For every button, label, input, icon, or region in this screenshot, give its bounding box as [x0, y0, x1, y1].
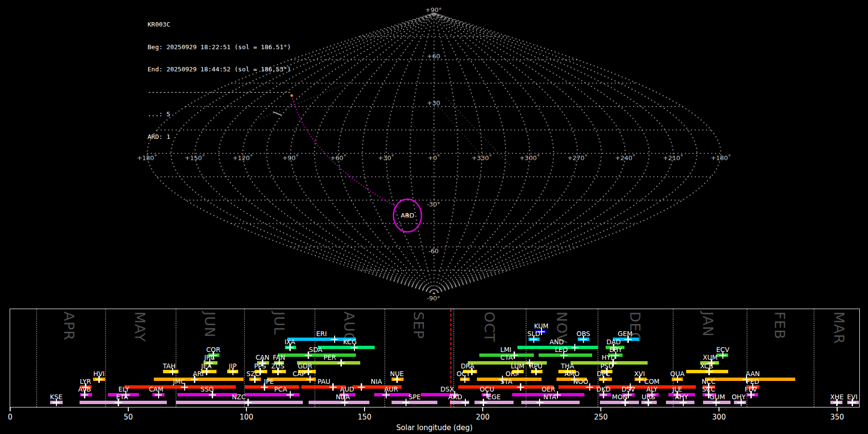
month-divider	[176, 309, 176, 407]
meteor-radiant-app: +180˚+150˚+120˚+90˚+60˚+30˚+0˚+330˚+300˚…	[0, 0, 868, 434]
shower-bar-jpe	[245, 385, 299, 389]
peak-marker-nda	[341, 399, 348, 406]
peak-marker-avb	[81, 391, 88, 398]
separator-line: --------------------------------------	[148, 88, 291, 96]
peak-marker-hvi	[95, 376, 103, 383]
shower-label-cap: CAP	[293, 370, 306, 377]
peak-marker-per	[338, 359, 345, 366]
shower-bar-jmc	[124, 385, 236, 389]
lon-label: +210˚	[663, 154, 683, 162]
peak-marker-kcg	[351, 344, 358, 351]
peak-marker-sda	[305, 352, 312, 359]
peak-marker-dpc	[600, 376, 607, 383]
sky-map-projection: +180˚+150˚+120˚+90˚+60˚+30˚+0˚+330˚+300˚…	[0, 0, 868, 307]
peak-marker-ecv	[719, 352, 726, 359]
axis-tick-label: 150	[358, 413, 372, 421]
axis-tick-label: 350	[830, 413, 844, 421]
peak-marker-ahy	[679, 399, 687, 406]
peak-marker-ari	[191, 376, 198, 383]
month-label-oct: OCT	[482, 312, 496, 342]
peak-marker-spe	[402, 399, 409, 406]
axis-tick-label: 250	[594, 413, 608, 421]
peak-marker-ssg	[209, 391, 216, 398]
axis-tick	[128, 407, 129, 411]
camera-id: KR003C	[148, 21, 291, 28]
meteor-trail	[292, 96, 399, 208]
month-label-feb: FEB	[773, 312, 787, 339]
lon-label: +30˚	[378, 154, 394, 162]
radiant-label: ARD	[401, 212, 414, 219]
peak-marker-nia	[358, 383, 365, 391]
peak-marker-noo	[586, 383, 593, 391]
shower-label-nta: NTA	[543, 393, 556, 400]
shower-label-eri: ERI	[316, 330, 327, 337]
lat-label: -60	[428, 247, 438, 255]
peak-marker-tah	[169, 368, 176, 375]
shower-bar-sta	[458, 385, 554, 389]
lon-label: +300˚	[519, 154, 540, 162]
peak-marker-sld	[530, 336, 537, 343]
lat-label: +60	[427, 53, 440, 60]
axis-tick-label: 200	[476, 413, 490, 421]
peak-marker-leo	[560, 352, 568, 359]
axis-tick-label: 300	[712, 413, 726, 421]
shower-bar-ari	[154, 378, 244, 381]
peak-marker-xvi	[636, 376, 643, 383]
shower-label-nzc: NZC	[232, 393, 246, 400]
lon-label: +180˚	[137, 154, 157, 162]
shower-bar-ssg	[177, 393, 237, 396]
shower-label-spe: SPE	[408, 393, 420, 400]
peak-marker-gem	[624, 336, 632, 343]
axis-tick	[600, 407, 601, 411]
peak-marker-nta	[536, 399, 543, 406]
peak-marker-fev	[747, 391, 755, 398]
peak-marker-qua	[674, 376, 681, 383]
shower-bar-sda	[278, 353, 356, 357]
peak-marker-gdr	[305, 368, 312, 375]
shower-label-per: PER	[324, 354, 336, 361]
shower-label-nia: NIA	[371, 378, 382, 385]
month-label-jun: JUN	[203, 312, 217, 338]
peak-marker-xcb	[705, 368, 713, 375]
shower-bar-nta	[521, 401, 580, 404]
peak-marker-and	[571, 344, 579, 351]
peak-marker-dkd	[600, 391, 607, 398]
shower-bar-nzc	[176, 401, 302, 404]
axis-tick	[719, 407, 719, 411]
shower-label-ard: ARD	[448, 393, 462, 400]
peak-marker-obs	[580, 336, 587, 343]
month-divider	[105, 309, 106, 407]
peak-marker-eri	[331, 336, 338, 343]
axis-tick	[482, 407, 483, 411]
lat-label: -90°	[427, 295, 440, 302]
shower-bar-aur	[374, 393, 410, 396]
shower-bar-pau	[301, 385, 346, 389]
lon-label: +0˚	[428, 154, 440, 162]
axis-tick-label: 50	[123, 413, 133, 421]
shower-label-ege: EGE	[488, 393, 501, 400]
month-label-apr: APR	[62, 312, 76, 340]
ard-count: ARD: 1	[148, 133, 291, 141]
lon-label: +180˚	[711, 154, 731, 162]
peak-marker-jpe	[261, 383, 268, 391]
shower-bar-kcg	[318, 346, 375, 349]
peak-marker-gum	[713, 399, 720, 406]
month-label-jan: JAN	[701, 312, 715, 337]
shower-label-oer: OER	[542, 386, 556, 393]
shower-bar-mon	[600, 401, 639, 404]
session-begin: Beg: 20250929 18:22:51 (sol = 186.51°)	[148, 43, 291, 51]
peak-marker-ohy	[737, 399, 745, 406]
grid-meridian	[434, 13, 625, 294]
peak-marker-ixa	[286, 344, 294, 351]
peak-marker-nzc	[244, 399, 252, 406]
shower-bar-eta	[80, 401, 167, 404]
axis-tick-label: 100	[240, 413, 254, 421]
axis-tick	[246, 407, 247, 411]
peak-marker-kse	[53, 399, 60, 406]
shower-label-pca: PCA	[274, 386, 287, 393]
peak-marker-sta	[517, 383, 524, 391]
month-divider	[36, 309, 37, 407]
shower-label-com: COM	[644, 378, 660, 385]
peak-marker-pau	[329, 383, 337, 391]
month-label-sep: SEP	[411, 312, 425, 339]
